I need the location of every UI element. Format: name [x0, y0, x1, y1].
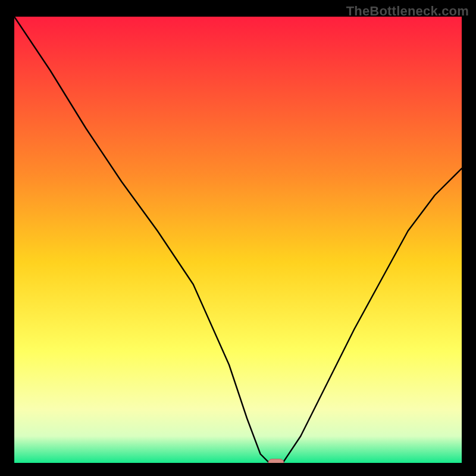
bottleneck-chart	[14, 17, 462, 463]
plot-area	[14, 17, 462, 463]
gradient-background	[14, 17, 462, 463]
optimal-marker	[268, 459, 284, 464]
chart-frame: TheBottleneck.com	[0, 0, 476, 476]
